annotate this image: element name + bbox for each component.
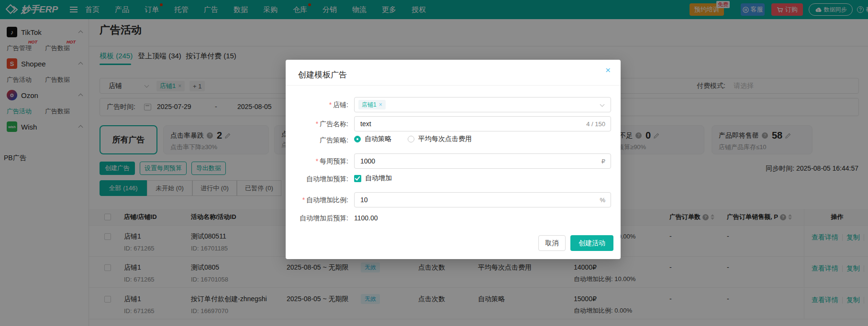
ad-name-label: *广告名称: — [286, 120, 348, 129]
required-asterisk: * — [316, 157, 318, 165]
shop-field-label: *店铺: — [286, 101, 348, 109]
screen: 妙手ERP 首页 产品 订单 托管 广告 数据 采购 仓库 分销 物流 更多 授… — [0, 0, 868, 326]
percent-suffix: % — [600, 196, 605, 204]
chevron-down-icon — [600, 102, 605, 107]
radio-avg-cpc[interactable] — [408, 136, 414, 142]
ad-name-input[interactable] — [354, 116, 611, 131]
radio-auto-strategy[interactable] — [354, 136, 361, 142]
required-asterisk: * — [329, 101, 332, 109]
weekly-budget-input[interactable] — [354, 153, 611, 169]
auto-increase-row: 自动增加 — [354, 174, 392, 183]
radio-auto-strategy-label[interactable]: 自动策略 — [365, 135, 391, 143]
auto-increase-checkbox-label[interactable]: 自动增加 — [365, 174, 392, 183]
strategy-label: 广告策略: — [286, 136, 348, 145]
modal-title: 创建模板广告 — [298, 69, 347, 80]
divider — [286, 85, 621, 86]
after-budget-value: 1100.00 — [354, 214, 378, 222]
auto-increase-label: 自动增加预算: — [286, 175, 348, 184]
increase-ratio-label: *自动增加比例: — [286, 196, 348, 205]
cancel-button[interactable]: 取消 — [538, 235, 566, 251]
close-icon[interactable]: × — [605, 65, 611, 75]
create-campaign-button[interactable]: 创建活动 — [570, 235, 613, 251]
strategy-radio-group: 自动策略 平均每次点击费用 — [354, 135, 472, 143]
weekly-budget-label: *每周预算: — [286, 157, 348, 166]
remove-tag-icon[interactable]: × — [379, 101, 382, 108]
increase-ratio-input[interactable] — [354, 192, 611, 207]
shop-select[interactable]: 店铺1× — [354, 97, 611, 112]
shop-tag: 店铺1× — [358, 100, 386, 109]
after-budget-label: 自动增加后预算: — [286, 214, 348, 223]
create-template-ad-modal: 创建模板广告 × *店铺: 店铺1× *广告名称: 4 / 150 广告策略: … — [286, 60, 621, 259]
auto-increase-checkbox[interactable] — [354, 175, 361, 182]
currency-suffix: ₽ — [601, 158, 605, 165]
char-counter: 4 / 150 — [586, 120, 605, 128]
radio-avg-cpc-label[interactable]: 平均每次点击费用 — [418, 135, 472, 143]
required-asterisk: * — [302, 196, 305, 204]
required-asterisk: * — [316, 120, 318, 128]
